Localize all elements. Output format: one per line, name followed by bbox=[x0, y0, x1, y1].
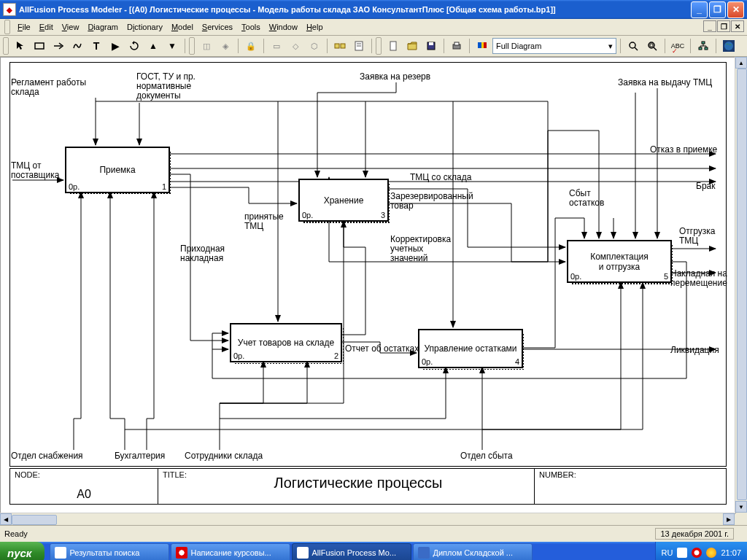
tray-keyboard-icon[interactable] bbox=[677, 548, 687, 558]
horizontal-scrollbar[interactable]: ◀ ▶ bbox=[0, 513, 735, 525]
zoom-in-icon[interactable] bbox=[624, 37, 642, 55]
junction-icon[interactable]: ◇ bbox=[287, 37, 304, 55]
box-title: Приемка bbox=[99, 165, 135, 175]
new-icon[interactable] bbox=[384, 37, 402, 55]
close-button[interactable]: ✕ bbox=[727, 1, 744, 18]
minimize-button[interactable]: _ bbox=[691, 1, 708, 18]
search-results-icon bbox=[55, 547, 66, 559]
menu-diagram[interactable]: Diagram bbox=[83, 21, 123, 33]
zoom-combo[interactable]: Full Diagram▾ bbox=[492, 38, 616, 54]
arrow-tool-icon[interactable] bbox=[50, 37, 67, 55]
label-tmc-post: ТМЦ отпоставщика bbox=[11, 161, 59, 180]
activity-box-upravlenie[interactable]: Управление остатками 0р. 4 bbox=[418, 329, 523, 368]
diagram-canvas[interactable]: Регламент работысклада ГОСТ, ТУ и пр.нор… bbox=[0, 57, 736, 514]
zoom-fit-icon[interactable] bbox=[643, 37, 661, 55]
scroll-down-icon[interactable]: ▼ bbox=[735, 501, 747, 513]
scroll-up-icon[interactable]: ▲ bbox=[735, 57, 747, 69]
refresh-icon[interactable] bbox=[125, 37, 143, 55]
tray-antivirus-icon[interactable] bbox=[692, 548, 702, 558]
status-date: 13 декабря 2001 г. bbox=[655, 528, 734, 540]
mdi-minimize-button[interactable]: _ bbox=[703, 20, 716, 32]
svg-rect-7 bbox=[390, 42, 396, 50]
go-to-parent-icon[interactable]: ▶ bbox=[107, 37, 124, 55]
scroll-thumb[interactable] bbox=[737, 69, 747, 500]
activity-box-uchet[interactable]: Учет товаров на складе 0р. 2 bbox=[230, 323, 342, 362]
menu-help[interactable]: Help bbox=[302, 21, 328, 33]
print-icon[interactable] bbox=[448, 37, 465, 55]
label-prihodnaya: Приходнаянакладная bbox=[180, 244, 225, 263]
svg-rect-3 bbox=[341, 44, 345, 48]
external-icon[interactable]: ◈ bbox=[217, 37, 234, 55]
go-to-sibling-icon[interactable]: ▼ bbox=[163, 37, 181, 55]
label-brak: Брак bbox=[696, 182, 715, 191]
save-icon[interactable] bbox=[422, 37, 440, 55]
label-korrekt: Корректировкаучетныхзначений bbox=[390, 235, 451, 263]
titlebar: ◆ AllFusion Process Modeler - [(A0) Логи… bbox=[0, 0, 747, 19]
label-sbyt: Сбытостатков bbox=[569, 189, 604, 208]
task-button-word[interactable]: Диплом Складской ... bbox=[413, 543, 533, 560]
scroll-right-icon[interactable]: ▶ bbox=[723, 513, 735, 525]
box-number: 2 bbox=[334, 351, 338, 360]
lock-icon[interactable]: 🔒 bbox=[242, 37, 260, 55]
tray-sun-icon[interactable] bbox=[706, 548, 716, 558]
pointer-tool-icon[interactable] bbox=[12, 37, 29, 55]
svg-rect-22 bbox=[705, 47, 708, 50]
svg-rect-21 bbox=[699, 47, 702, 50]
grip-icon bbox=[189, 37, 195, 55]
report-icon[interactable] bbox=[350, 37, 368, 55]
activity-box-priemka[interactable]: Приемка 0р. 1 bbox=[65, 147, 170, 193]
spellcheck-icon[interactable]: ABC✓ bbox=[669, 37, 686, 55]
maximize-button[interactable]: ❐ bbox=[709, 1, 726, 18]
scroll-thumb[interactable] bbox=[12, 515, 57, 525]
datastore-icon[interactable]: ◫ bbox=[198, 37, 215, 55]
task-button-allfusion[interactable]: AllFusion Process Mo... bbox=[292, 543, 411, 560]
mdi-restore-button[interactable]: ❐ bbox=[717, 20, 730, 32]
menu-edit[interactable]: Edit bbox=[35, 21, 58, 33]
svg-rect-19 bbox=[650, 44, 653, 47]
label-nakladnaya: Накладная наперемещение bbox=[670, 269, 727, 288]
squiggle-tool-icon[interactable] bbox=[69, 37, 86, 55]
scroll-left-icon[interactable]: ◀ bbox=[0, 513, 12, 525]
menu-dictionary[interactable]: Dictionary bbox=[123, 21, 167, 33]
status-text: Ready bbox=[4, 529, 28, 538]
menu-tools[interactable]: Tools bbox=[237, 21, 265, 33]
globe-icon[interactable] bbox=[720, 37, 738, 55]
text-tool-icon[interactable]: T bbox=[88, 37, 105, 55]
go-to-child-icon[interactable]: ▲ bbox=[144, 37, 162, 55]
language-indicator[interactable]: RU bbox=[662, 548, 673, 557]
box-title: Хранение bbox=[324, 195, 364, 206]
task-button-opera[interactable]: Написание курсовы... bbox=[171, 543, 290, 560]
mdi-close-button[interactable]: ✕ bbox=[731, 20, 744, 32]
vertical-scrollbar[interactable]: ▲ ▼ bbox=[735, 57, 747, 513]
task-button-results[interactable]: Результаты поиска bbox=[50, 543, 169, 560]
menu-file[interactable]: File bbox=[13, 21, 35, 33]
box-cost: 0р. bbox=[302, 211, 313, 219]
model-tree-icon[interactable] bbox=[694, 37, 712, 55]
activity-box-komplektacia[interactable]: Комплектацияи отгрузка 0р. 5 bbox=[567, 240, 672, 283]
menu-model[interactable]: Model bbox=[167, 21, 198, 33]
svg-rect-11 bbox=[454, 42, 459, 45]
menu-services[interactable]: Services bbox=[198, 21, 237, 33]
referent-icon[interactable]: ▭ bbox=[268, 37, 285, 55]
box-cost: 0р. bbox=[69, 182, 80, 191]
menu-window[interactable]: Window bbox=[265, 21, 302, 33]
label-tmc-sklad: ТМЦ со склада bbox=[410, 173, 471, 182]
activity-box-hranenie[interactable]: Хранение 0р. 3 bbox=[298, 179, 389, 222]
open-icon[interactable] bbox=[403, 37, 421, 55]
box-cost: 0р. bbox=[233, 351, 244, 360]
taskbar: пуск Результаты поиска Написание курсовы… bbox=[0, 542, 747, 560]
start-label: пуск bbox=[7, 547, 31, 559]
label-prinyatye: принятыеТМЦ bbox=[244, 212, 284, 231]
tray-clock[interactable]: 21:07 bbox=[721, 548, 741, 557]
model-explorer-icon[interactable] bbox=[331, 37, 349, 55]
organization-icon[interactable]: ⬡ bbox=[306, 37, 323, 55]
zoom-flag-icon[interactable] bbox=[473, 37, 491, 55]
activity-box-tool-icon[interactable] bbox=[31, 37, 48, 55]
start-button[interactable]: пуск bbox=[0, 542, 44, 560]
menu-view[interactable]: View bbox=[58, 21, 84, 33]
box-number: 4 bbox=[515, 357, 519, 366]
label-otdel-snab: Отдел снабжения bbox=[11, 451, 83, 461]
svg-line-16 bbox=[635, 47, 638, 50]
label-otkaz: Отказ в приемке bbox=[650, 145, 717, 155]
svg-point-28 bbox=[724, 42, 733, 50]
